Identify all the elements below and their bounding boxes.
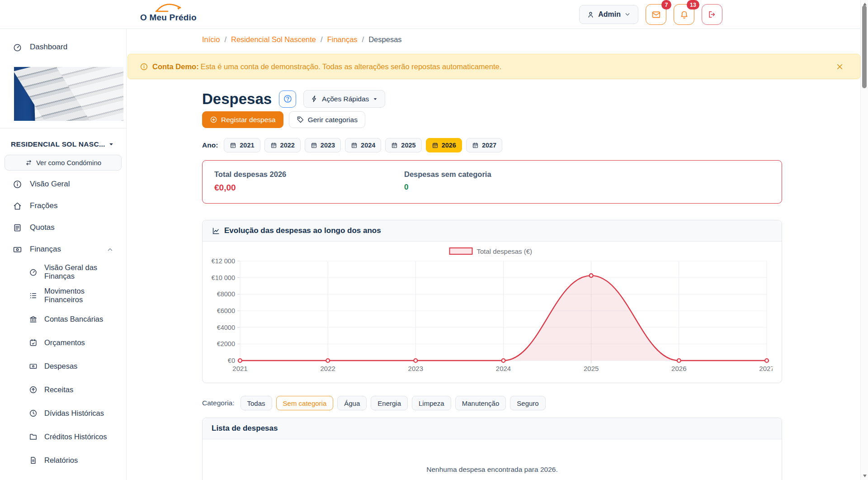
breadcrumb-link[interactable]: Finanças xyxy=(327,35,358,44)
total-expenses-value: €0,00 xyxy=(214,183,404,193)
expense-list-title: Lista de despesas xyxy=(212,424,278,433)
banner-close-button[interactable] xyxy=(835,62,844,71)
svg-text:€0: €0 xyxy=(228,357,235,364)
mail-icon xyxy=(651,10,661,19)
sidebar-item-label: Visão Geral xyxy=(30,180,70,189)
uncategorized-label: Despesas sem categoria xyxy=(404,170,491,179)
calendar-icon xyxy=(472,142,479,149)
sidebar: Dashboard RESIDENCIAL SOL NASC... Ver co… xyxy=(0,29,127,480)
brand-name: O Meu Prédio xyxy=(140,13,197,23)
sidebar-item-fra-es[interactable]: Frações xyxy=(0,195,126,217)
category-button-água[interactable]: Água xyxy=(337,396,367,410)
year-button-label: 2026 xyxy=(442,142,456,149)
year-button-2022[interactable]: 2022 xyxy=(264,138,301,152)
scrollbar-down-arrow[interactable] xyxy=(861,473,868,479)
year-button-2026[interactable]: 2026 xyxy=(426,138,462,152)
caret-down-icon xyxy=(373,96,378,102)
sidebar-subitem-label: Créditos Históricos xyxy=(44,432,107,441)
category-button-sem-categoria[interactable]: Sem categoria xyxy=(276,396,334,410)
building-name: RESIDENCIAL SOL NASC... xyxy=(11,140,105,148)
empty-list-message: Nenhuma despesa encontrada para 2026. xyxy=(203,439,782,480)
quick-actions-label: Ações Rápidas xyxy=(322,95,369,103)
category-button-limpeza[interactable]: Limpeza xyxy=(412,396,451,410)
sidebar-item-label: Frações xyxy=(30,201,57,210)
year-button-2021[interactable]: 2021 xyxy=(224,138,260,152)
demo-banner: Conta Demo:Esta é uma conta de demonstra… xyxy=(127,54,860,79)
manage-categories-button[interactable]: Gerir categorias xyxy=(289,111,365,128)
sidebar-subitem-receitas[interactable]: Receitas xyxy=(0,378,126,401)
sidebar-dashboard-label: Dashboard xyxy=(30,43,67,52)
sidebar-item-label: Quotas xyxy=(30,223,55,232)
total-expenses-label: Total despesas 2026 xyxy=(214,170,404,179)
year-button-2025[interactable]: 2025 xyxy=(385,138,421,152)
year-button-2024[interactable]: 2024 xyxy=(345,138,381,152)
gauge-icon xyxy=(13,43,22,52)
year-button-2023[interactable]: 2023 xyxy=(305,138,341,152)
category-filter-label: Categoria: xyxy=(202,399,235,407)
view-as-condomino-button[interactable]: Ver como Condómino xyxy=(5,155,122,171)
sidebar-item-dashboard[interactable]: Dashboard xyxy=(0,36,126,58)
notifications-button[interactable]: 13 xyxy=(674,4,694,25)
building-selector[interactable]: RESIDENCIAL SOL NASC... xyxy=(0,128,126,148)
svg-text:€12 000: €12 000 xyxy=(212,257,235,265)
svg-text:2023: 2023 xyxy=(408,365,423,372)
sidebar-subitem-contas-banc-rias[interactable]: Contas Bancárias xyxy=(0,307,126,331)
view-as-label: Ver como Condómino xyxy=(36,159,101,166)
lightning-icon xyxy=(311,95,318,103)
logout-button[interactable] xyxy=(702,4,722,25)
app-header: O Meu Prédio Admin 7 13 xyxy=(0,0,868,29)
swap-icon xyxy=(25,159,33,166)
sidebar-subitem-label: Despesas xyxy=(44,362,77,371)
home-icon xyxy=(13,201,22,211)
breadcrumb-separator: / xyxy=(321,35,323,44)
category-button-seguro[interactable]: Seguro xyxy=(510,396,545,410)
year-button-label: 2024 xyxy=(361,142,375,149)
list-icon xyxy=(29,291,38,300)
svg-text:€6000: €6000 xyxy=(217,307,235,314)
sidebar-subitem-label: Visão Geral das Finanças xyxy=(44,263,113,280)
admin-menu-button[interactable]: Admin xyxy=(579,5,638,24)
register-expense-button[interactable]: Registar despesa xyxy=(202,111,283,128)
sidebar-subitem-d-vidas-hist-ricas[interactable]: Dívidas Históricas xyxy=(0,401,126,425)
svg-text:€4000: €4000 xyxy=(217,324,235,331)
sidebar-item-finan-as[interactable]: Finanças xyxy=(0,238,126,260)
sidebar-subitem-cr-ditos-hist-ricos[interactable]: Créditos Históricos xyxy=(0,425,126,448)
category-button-energia[interactable]: Energia xyxy=(371,396,408,410)
sidebar-subitem-label: Contas Bancárias xyxy=(44,315,103,323)
demo-banner-title: Conta Demo: xyxy=(152,62,199,71)
sidebar-subitem-relat-rios[interactable]: Relatórios xyxy=(0,448,126,472)
header-actions: Admin 7 13 xyxy=(579,4,722,25)
year-button-label: 2022 xyxy=(280,142,295,149)
line-chart-icon xyxy=(212,227,220,235)
breadcrumb-link[interactable]: Início xyxy=(202,35,220,44)
calendar-icon xyxy=(270,142,277,149)
sidebar-item-vis-o-geral[interactable]: Visão Geral xyxy=(0,173,126,195)
app-logo[interactable]: O Meu Prédio xyxy=(140,3,197,23)
sidebar-subitem-or-amentos[interactable]: Orçamentos xyxy=(0,331,126,354)
category-button-todas[interactable]: Todas xyxy=(241,396,272,410)
sidebar-subitem-vis-o-geral-das-finan-as[interactable]: Visão Geral das Finanças xyxy=(0,260,126,284)
svg-text:2024: 2024 xyxy=(496,365,511,372)
svg-text:€10 000: €10 000 xyxy=(212,274,235,281)
year-filter-label: Ano: xyxy=(202,141,218,149)
gauge-icon xyxy=(29,268,38,276)
sidebar-subitem-despesas[interactable]: Despesas xyxy=(0,354,126,378)
svg-text:2021: 2021 xyxy=(232,365,247,372)
sidebar-subitem-movimentos-financeiros[interactable]: Movimentos Financeiros xyxy=(0,284,126,307)
sidebar-item-quotas[interactable]: Quotas xyxy=(0,217,126,238)
breadcrumb-link[interactable]: Residencial Sol Nascente xyxy=(231,35,316,44)
help-button[interactable] xyxy=(279,90,296,108)
messages-button[interactable]: 7 xyxy=(646,4,666,25)
category-button-label: Todas xyxy=(247,399,265,407)
tag-icon xyxy=(297,116,304,124)
scrollbar-thumb[interactable] xyxy=(862,5,867,88)
category-button-manutenção[interactable]: Manutenção xyxy=(455,396,506,410)
sidebar-subitem-label: Movimentos Financeiros xyxy=(44,287,113,304)
sidebar-subitem-label: Relatórios xyxy=(44,456,78,465)
quick-actions-button[interactable]: Ações Rápidas xyxy=(303,90,385,108)
svg-text:2026: 2026 xyxy=(671,365,686,372)
chevron-up-icon xyxy=(107,246,113,253)
breadcrumb: Início/Residencial Sol Nascente/Finanças… xyxy=(202,35,868,44)
page-scrollbar xyxy=(860,0,868,480)
year-button-2027[interactable]: 2027 xyxy=(466,138,502,152)
